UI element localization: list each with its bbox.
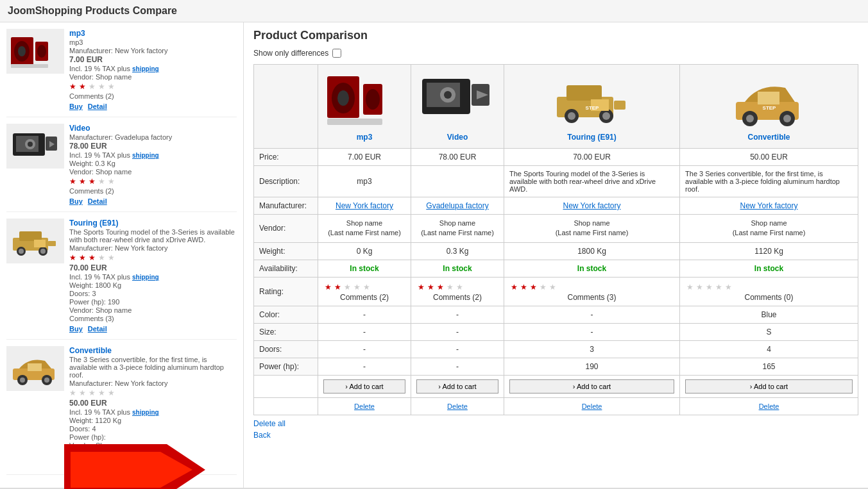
table-row-add-to-cart: › Add to cart › Add to cart › Add to car… — [254, 375, 858, 397]
doors-mp3: - — [318, 340, 411, 358]
svg-point-24 — [44, 377, 49, 383]
svg-rect-13 — [19, 231, 42, 241]
sidebar-item-mp3: mp3 mp3 Manufacturer: New York factory 7… — [6, 29, 237, 117]
manuf-link-convertible[interactable]: New York factory — [740, 201, 798, 210]
manuf-link-touring[interactable]: New York factory — [563, 201, 621, 210]
manuf-convertible: New York factory — [680, 197, 858, 215]
prod-link-touring[interactable]: Touring (E91) — [567, 133, 616, 142]
sidebar-item-touring: Touring (E91) The Sports Touring model o… — [6, 219, 237, 340]
delete-link-mp3[interactable]: Delete — [354, 402, 375, 410]
show-diff-checkbox[interactable] — [332, 49, 341, 58]
color-convertible: Blue — [680, 306, 858, 323]
svg-point-15 — [19, 249, 24, 254]
sidebar-desc-touring: The Sports Touring model of the 3-Series… — [69, 228, 237, 244]
delete-link-touring[interactable]: Delete — [582, 402, 602, 410]
desc-convertible: The 3 Series convertible, for the first … — [680, 166, 858, 197]
table-header-empty — [254, 65, 318, 149]
sidebar-product-link-mp3[interactable]: mp3 — [69, 29, 85, 38]
add-to-cart-convertible[interactable]: › Add to cart — [685, 379, 853, 394]
sidebar-buy-convertible[interactable]: Buy — [69, 460, 83, 468]
sidebar: mp3 mp3 Manufacturer: New York factory 7… — [0, 22, 244, 488]
vendor-text-convertible: Shop name(Last name First name) — [733, 219, 806, 236]
prod-link-video[interactable]: Video — [447, 133, 468, 142]
back-link[interactable]: Back — [253, 431, 271, 440]
svg-rect-31 — [327, 119, 382, 125]
sidebar-detail-touring[interactable]: Detail — [88, 325, 107, 333]
label-color: Color: — [254, 306, 318, 323]
vendor-touring: Shop name(Last name First name) — [504, 215, 680, 243]
vendor-convertible: Shop name(Last name First name) — [680, 215, 858, 243]
desc-mp3: mp3 — [318, 166, 411, 197]
sidebar-product-link-video[interactable]: Video — [69, 124, 90, 133]
sidebar-actions-convertible: Buy Detail — [69, 460, 237, 468]
sidebar-price-video: 78.00 EUR — [69, 142, 237, 151]
svg-point-30 — [366, 89, 380, 110]
sidebar-img-video — [6, 124, 64, 169]
delete-link-convertible[interactable]: Delete — [759, 402, 779, 410]
size-mp3: - — [318, 323, 411, 340]
comparison-area: Product Comparison Show only differences — [244, 22, 868, 488]
product-header-convertible: STEP Convertible — [685, 69, 853, 144]
sidebar-buy-video[interactable]: Buy — [69, 197, 83, 205]
app-title: JoomShopping Products Compare — [8, 5, 860, 17]
manuf-link-video[interactable]: Gvadelupa factory — [426, 201, 488, 210]
delete-link-video[interactable]: Delete — [447, 402, 468, 410]
table-row-delete: Delete Delete Delete Delete — [254, 397, 858, 415]
table-row-power: Power (hp): - - 190 165 — [254, 358, 858, 375]
desc-touring: The Sports Touring model of the 3-Series… — [504, 166, 680, 197]
add-to-cart-touring[interactable]: › Add to cart — [509, 379, 674, 394]
label-manufacturer: Manufacturer: — [254, 197, 318, 215]
price-convertible: 50.00 EUR — [680, 149, 858, 166]
sidebar-product-link-touring[interactable]: Touring (E91) — [69, 219, 118, 228]
label-price: Price: — [254, 149, 318, 166]
prod-link-convertible[interactable]: Convertible — [748, 133, 790, 142]
prod-link-mp3[interactable]: mp3 — [357, 133, 373, 142]
table-header-touring: STEP Touring (E91) — [504, 65, 680, 149]
svg-point-49 — [746, 115, 754, 122]
sidebar-product-link-convertible[interactable]: Convertible — [69, 346, 112, 355]
sidebar-stars-touring: ★ ★ ★ ★ ★ — [69, 253, 237, 262]
price-video: 78.00 EUR — [411, 149, 504, 166]
sidebar-info-mp3: mp3 mp3 Manufacturer: New York factory 7… — [69, 29, 237, 110]
svg-rect-45 — [614, 101, 625, 110]
sidebar-detail-convertible[interactable]: Detail — [88, 460, 107, 468]
stars-convertible: ★★★★★ — [685, 283, 853, 292]
add-to-cart-video[interactable]: › Add to cart — [416, 379, 498, 394]
sidebar-buy-touring[interactable]: Buy — [69, 325, 83, 333]
doors-convertible: 4 — [680, 340, 858, 358]
svg-point-17 — [40, 249, 46, 254]
sidebar-detail-mp3[interactable]: Detail — [88, 103, 107, 110]
add-to-cart-mp3[interactable]: › Add to cart — [323, 379, 405, 394]
cart-touring: › Add to cart — [504, 375, 680, 397]
vendor-mp3: Shop name(Last name First name) — [318, 215, 411, 243]
sidebar-detail-video[interactable]: Detail — [88, 197, 107, 205]
table-row-availability: Availability: In stock In stock In stock… — [254, 260, 858, 277]
delete-all-link[interactable]: Delete all — [253, 419, 858, 428]
svg-rect-18 — [34, 240, 46, 247]
table-row-rating: Rating: ★★★★★ Comments (2) ★★★★★ Comment… — [254, 277, 858, 306]
sidebar-price-touring: 70.00 EUR — [69, 263, 237, 272]
sidebar-vendor-touring: Vendor: Shop name — [69, 306, 237, 314]
table-row-price: Price: 7.00 EUR 78.00 EUR 70.00 EUR 50.0… — [254, 149, 858, 166]
cart-video: › Add to cart — [411, 375, 504, 397]
sidebar-img-convertible — [6, 346, 64, 391]
delete-mp3: Delete — [318, 397, 411, 415]
sidebar-price-mp3: 7.00 EUR — [69, 55, 237, 64]
sidebar-manufacturer-touring: Manufacturer: New York factory — [69, 244, 237, 252]
sidebar-power-touring: Power (hp): 190 — [69, 298, 237, 306]
color-mp3: - — [318, 306, 411, 323]
sidebar-buy-mp3[interactable]: Buy — [69, 103, 83, 110]
sidebar-weight-video: Weight: 0.3 Kg — [69, 160, 237, 167]
svg-rect-5 — [11, 64, 48, 68]
sidebar-vendor-mp3: Vendor: Shop name — [69, 73, 237, 81]
manuf-link-mp3[interactable]: New York factory — [336, 201, 393, 210]
comments-mp3: Comments (2) — [323, 293, 405, 302]
sidebar-stars-mp3: ★ ★ ★ ★ ★ — [69, 82, 237, 91]
color-touring: - — [504, 306, 680, 323]
comments-video: Comments (2) — [416, 293, 498, 302]
doors-touring: 3 — [504, 340, 680, 358]
table-row-weight: Weight: 0 Kg 0.3 Kg 1800 Kg 1120 Kg — [254, 242, 858, 260]
svg-point-22 — [20, 377, 25, 383]
svg-text:STEP: STEP — [762, 105, 776, 111]
svg-point-2 — [18, 46, 26, 56]
